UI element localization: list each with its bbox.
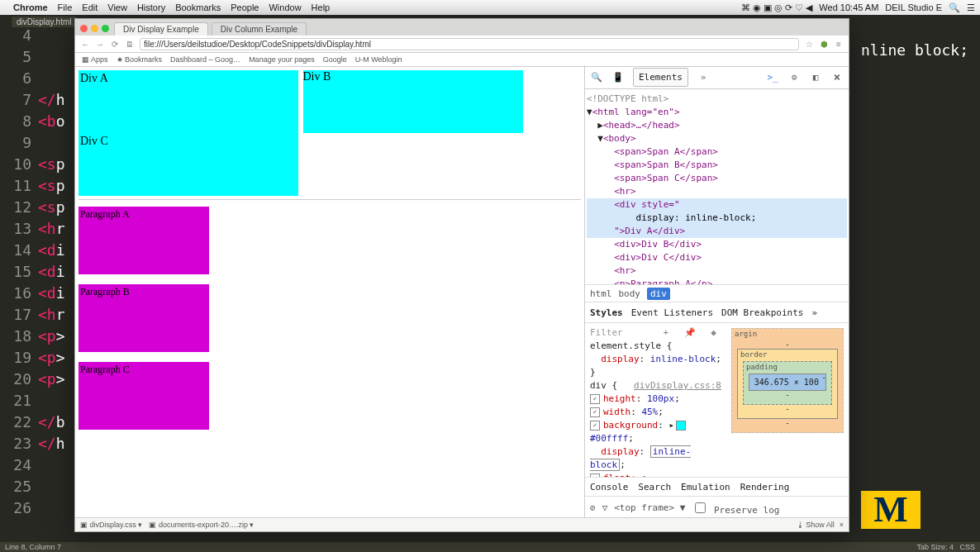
bookmark-item[interactable]: ★ Bookmarks [117,55,163,64]
devtools-toolbar: 🔍 📱 Elements » >_ ⚙ ◧ × [585,65,849,89]
minimize-icon[interactable] [91,25,98,32]
console-bar: ⊘ ▽ <top frame> ▼ Preserve log [585,497,849,518]
elements-tree[interactable]: <!DOCTYPE html> ▼<html lang="en"> ▶<head… [585,89,849,284]
menu-icon[interactable]: ≡ [834,40,844,49]
download-bar: ▣ divDisplay.css ▾ ▣ documents-export-20… [75,517,849,531]
editor-right-hint: nline block; [861,41,968,59]
drawer-tabs: Console Search Emulation Rendering [585,478,849,497]
device-icon[interactable]: 📱 [611,70,625,83]
editor-gutter: 456 789 101112 131415 161718 192021 2223… [0,25,38,542]
url-input[interactable] [140,38,799,50]
filter-icon[interactable]: ▽ [602,502,608,513]
tab-search[interactable]: Search [638,482,671,493]
download-item[interactable]: ▣ documents-export-20….zip ▾ [149,521,254,529]
rendered-page: Div A Div C Div B Paragraph A Paragraph … [75,65,584,518]
paragraph-b: Paragraph B [78,284,209,352]
star-icon[interactable]: ☆ [804,40,814,49]
settings-icon[interactable]: ⚙ [787,70,801,83]
close-download-bar-icon[interactable]: × [840,521,844,529]
apps-icon[interactable]: ▦ Apps [82,55,108,64]
menu-list-icon[interactable]: ☰ [967,2,975,13]
dock-icon[interactable]: ◧ [809,70,822,83]
color-swatch-icon[interactable] [676,421,686,431]
console-icon[interactable]: >_ [766,70,779,83]
overflow-icon[interactable]: » [811,307,817,318]
file-icon: 🗎 [125,40,135,49]
mac-menubar: Chrome File Edit View History Bookmarks … [0,0,980,15]
preserve-log-toggle[interactable]: Preserve log [692,500,779,516]
tab-console[interactable]: Console [590,482,628,493]
bookmark-item[interactable]: Dashboard – Goog… [170,55,240,64]
div-b: Div B [303,70,523,133]
css-toggle[interactable] [590,473,600,477]
menu-edit[interactable]: Edit [82,2,98,12]
menu-bookmarks[interactable]: Bookmarks [175,2,221,12]
tab-dom-breakpoints[interactable]: DOM Breakpoints [721,307,803,318]
bookmark-item[interactable]: Manage your pages [249,55,315,64]
forward-icon[interactable]: → [95,40,105,49]
box-model: argin - border- padding- 346.675 × 100 -… [726,323,849,477]
chrome-tabstrip: Div Display Example Div Column Example [75,19,849,36]
chrome-window: Div Display Example Div Column Example ←… [74,18,849,532]
menu-view[interactable]: View [107,2,127,12]
close-icon[interactable] [80,25,88,32]
bookmark-item[interactable]: U-M Weblogin [355,55,402,64]
zoom-icon[interactable] [102,25,109,32]
michigan-logo: M [861,491,921,529]
bookmark-item[interactable]: Google [323,55,347,64]
menu-people[interactable]: People [231,2,259,12]
tab-styles[interactable]: Styles [590,307,623,318]
menu-help[interactable]: Help [312,2,331,12]
tab-rendering[interactable]: Rendering [740,482,790,493]
css-toggle[interactable] [590,421,600,431]
tab-event-listeners[interactable]: Event Listeners [631,307,713,318]
window-controls[interactable] [80,25,109,32]
reload-icon[interactable]: ⟳ [110,40,120,49]
inspect-icon[interactable]: 🔍 [590,70,603,83]
menu-window[interactable]: Window [269,2,301,12]
frame-select[interactable]: <top frame> ▼ [614,502,685,513]
editor-statusbar: Line 8, Column 7 Tab Size: 4 CSS [0,542,980,552]
menubar-clock: Wed 10:45 AM [819,2,878,12]
css-source-link[interactable]: divDisplay.css:8 [634,379,721,393]
menu-file[interactable]: File [58,2,73,12]
css-toggle[interactable] [590,394,600,404]
spotlight-icon[interactable]: 🔍 [949,2,960,13]
app-name[interactable]: Chrome [13,2,48,12]
box-model-content: 346.675 × 100 [749,374,826,391]
download-item[interactable]: ▣ divDisplay.css ▾ [80,521,142,529]
menubar-user: DEIL Studio E [885,2,942,12]
menu-history[interactable]: History [137,2,165,12]
tab-elements[interactable]: Elements [633,68,688,87]
breadcrumb[interactable]: html body div [585,284,849,302]
chrome-toolbar: ← → ⟳ 🗎 ☆ ⬢ ≡ [75,36,849,53]
paragraph-c: Paragraph C [78,362,209,430]
styles-tabs: Styles Event Listeners DOM Breakpoints » [585,302,849,323]
back-icon[interactable]: ← [80,40,90,49]
div-c-label: Div C [80,135,108,148]
css-toggle[interactable] [590,407,600,417]
tab-emulation[interactable]: Emulation [681,482,730,493]
hr [78,199,581,200]
browser-tab-active[interactable]: Div Display Example [114,22,208,36]
clear-console-icon[interactable]: ⊘ [590,502,596,513]
menubar-icons[interactable]: ⌘ ◉ ▣ ◎ ⟳ ♡ ◀ [741,2,812,13]
overflow-icon[interactable]: » [697,70,710,83]
extension-icon[interactable]: ⬢ [819,40,829,49]
styles-filter[interactable]: Filter [590,327,623,338]
close-devtools-icon[interactable]: × [830,70,844,83]
paragraph-a: Paragraph A [78,207,209,274]
show-all-downloads[interactable]: ⭳ Show All [797,521,835,529]
styles-panel[interactable]: Filter + 📌 ◆ element.style { display: in… [585,323,726,477]
devtools: 🔍 📱 Elements » >_ ⚙ ◧ × <!DOCTYPE html> … [584,65,849,518]
div-a: Div A Div C [78,70,298,196]
styles-tool-icons[interactable]: + 📌 ◆ [664,326,722,340]
browser-tab[interactable]: Div Column Example [212,22,307,36]
